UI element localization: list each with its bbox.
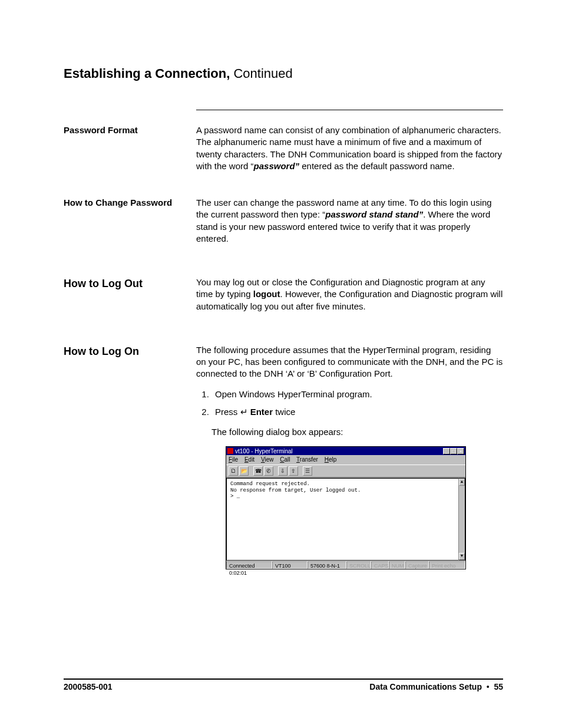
status-num: NUM xyxy=(389,561,405,569)
ht-menubar: File Edit View Call Transfer Help xyxy=(226,455,465,465)
page-title-sub: Continued xyxy=(230,66,292,81)
minimize-icon[interactable]: _ xyxy=(443,448,450,454)
content-change-password: The user can change the password name at… xyxy=(196,197,503,253)
content-log-on: The following procedure assumes that the… xyxy=(196,344,503,569)
footer-section: Data Communications Setup • 55 xyxy=(369,682,503,691)
section-log-on: How to Log On The following procedure as… xyxy=(64,344,503,569)
step-2: Press ↵ Enter twice xyxy=(211,406,503,418)
menu-view[interactable]: View xyxy=(261,456,274,463)
footer-page-number: 55 xyxy=(494,682,503,691)
menu-file[interactable]: File xyxy=(229,456,238,463)
section-change-password: How to Change Password The user can chan… xyxy=(64,197,503,253)
status-emulation: VT100 xyxy=(272,561,308,569)
content-password-format: A password name can consist of any combi… xyxy=(196,124,503,180)
hyperterminal-window: vt100 - HyperTerminal _ □ × File Edit Vi… xyxy=(226,446,466,569)
ht-title-text: vt100 - HyperTerminal xyxy=(235,447,443,456)
section-rule xyxy=(196,110,503,110)
scroll-up-icon[interactable]: ▲ xyxy=(459,479,465,486)
tb-connect-icon[interactable]: ☎ xyxy=(253,466,263,476)
ht-terminal[interactable]: Command request rejected. No response fr… xyxy=(226,478,458,561)
menu-transfer[interactable]: Transfer xyxy=(296,456,318,463)
status-scroll: SCROLL xyxy=(346,561,371,569)
menu-call[interactable]: Call xyxy=(280,456,290,463)
page-title-main: Establishing a Connection, xyxy=(64,66,230,81)
tb-properties-icon[interactable]: ☰ xyxy=(303,466,312,476)
tb-open-icon[interactable]: 📂 xyxy=(239,466,249,476)
tb-new-icon[interactable]: 🗋 xyxy=(229,466,238,476)
menu-help[interactable]: Help xyxy=(325,456,337,463)
page-footer: 2000585-001 Data Communications Setup • … xyxy=(64,678,503,691)
section-password-format: Password Format A password name can cons… xyxy=(64,124,503,180)
label-change-password: How to Change Password xyxy=(64,197,196,209)
page-title: Establishing a Connection, Continued xyxy=(64,66,503,81)
ht-scrollbar[interactable]: ▲ ▼ xyxy=(458,478,465,561)
label-log-out: How to Log Out xyxy=(64,276,196,291)
section-log-out: How to Log Out You may log out or close … xyxy=(64,276,503,321)
status-connected: Connected 0:02:01 xyxy=(226,561,272,569)
status-caps: CAPS xyxy=(371,561,389,569)
footer-doc-number: 2000585-001 xyxy=(64,682,113,691)
footer-rule xyxy=(64,678,503,680)
content-log-out: You may log out or close the Configurati… xyxy=(196,276,503,321)
tb-disconnect-icon[interactable]: ✆ xyxy=(264,466,273,476)
maximize-icon[interactable]: □ xyxy=(450,448,457,454)
status-printecho: Print echo xyxy=(429,561,465,569)
label-log-on: How to Log On xyxy=(64,344,196,358)
label-password-format: Password Format xyxy=(64,124,196,136)
status-params: 57600 8-N-1 xyxy=(308,561,346,569)
status-capture: Capture xyxy=(405,561,429,569)
close-icon[interactable]: × xyxy=(457,448,464,454)
ht-app-icon xyxy=(227,448,233,454)
dialog-caption: The following dialog box appears: xyxy=(211,426,503,438)
tb-receive-icon[interactable]: ⇧ xyxy=(289,466,298,476)
menu-edit[interactable]: Edit xyxy=(244,456,254,463)
scroll-down-icon[interactable]: ▼ xyxy=(459,553,465,560)
step-1: Open Windows HyperTerminal program. xyxy=(211,388,503,400)
ht-toolbar: 🗋 📂 ☎ ✆ ⇩ ⇧ ☰ xyxy=(226,465,465,477)
ht-statusbar: Connected 0:02:01 VT100 57600 8-N-1 SCRO… xyxy=(226,561,465,569)
tb-send-icon[interactable]: ⇩ xyxy=(278,466,287,476)
ht-titlebar: vt100 - HyperTerminal _ □ × xyxy=(226,447,465,455)
